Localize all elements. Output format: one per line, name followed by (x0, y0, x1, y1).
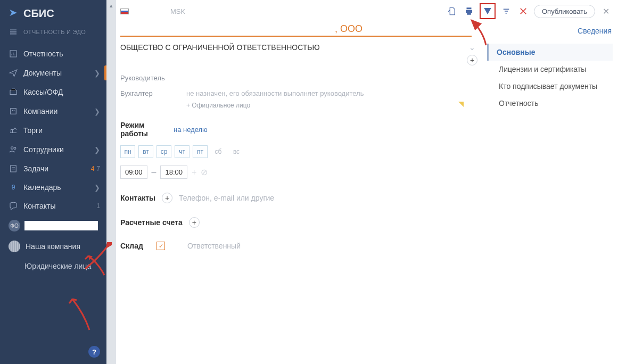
contacts-section: Контакты + Телефон, e-mail или другие (120, 193, 480, 203)
nav-employees[interactable]: Сотрудники ❯ (0, 140, 106, 159)
avatar: ФО (9, 220, 20, 231)
send-button[interactable] (481, 5, 494, 18)
stock-section: Склад ✓ Ответственный (120, 242, 480, 250)
scrollbar[interactable]: ▴ (106, 0, 116, 364)
nav-tasks[interactable]: Задачи 47 (0, 159, 106, 178)
fo-input[interactable] (24, 221, 98, 230)
print-button[interactable] (463, 5, 475, 18)
contacts-icon (9, 201, 18, 211)
add-time-icon[interactable]: + (192, 168, 196, 177)
add-contact-button[interactable]: + (162, 193, 172, 203)
nav-documents[interactable]: Документы ❯ (0, 63, 106, 82)
accounts-section: Расчетные счета + (120, 217, 480, 228)
dash: – (152, 168, 156, 177)
badge-count: 1 (96, 202, 100, 210)
day-th[interactable]: чт (175, 145, 189, 158)
nav-our-company[interactable]: Наша компания (0, 236, 106, 257)
tasks-icon (9, 164, 18, 173)
delete-button[interactable] (517, 5, 530, 18)
nav-item-label: Контакты (23, 202, 55, 210)
topbar: MSK Опубликовать ✕ (116, 0, 618, 21)
day-mo[interactable]: пн (120, 145, 135, 158)
divider (120, 36, 472, 37)
flag-icon (120, 9, 129, 14)
fo-row[interactable]: ФО (0, 216, 106, 236)
active-marker (104, 65, 106, 80)
org-type-row[interactable]: ОБЩЕСТВО С ОГРАНИЧЕННОЙ ОТВЕТСТВЕННОСТЬЮ… (120, 43, 480, 52)
main: MSK Опубликовать ✕ , OOO ОБЩЕСТВО С ОГРА… (116, 0, 618, 364)
nav: Отчетность Документы ❯ Кассы/ОФД Компани… (0, 44, 106, 364)
region-field[interactable] (133, 6, 166, 16)
accounts-label: Расчетные счета (120, 218, 183, 227)
rpanel-reporting[interactable]: Отчетность (497, 95, 613, 112)
nav-item-label: Документы (23, 69, 62, 77)
badge-count: 7 (96, 165, 100, 172)
companies-icon (9, 106, 18, 116)
day-we[interactable]: ср (156, 145, 171, 158)
publish-button[interactable]: Опубликовать (534, 5, 595, 18)
nav-item-label: Отчетность (23, 49, 63, 58)
chevron-right-icon: ❯ (94, 69, 100, 77)
svg-rect-7 (11, 166, 17, 172)
svg-rect-4 (14, 110, 15, 111)
nav-companies[interactable]: Компании ❯ (0, 102, 106, 121)
chevron-down-icon: ⌄ (469, 43, 480, 52)
time-to-input[interactable]: 18:00 (160, 166, 187, 179)
rpanel-signers[interactable]: Кто подписывает документы (497, 78, 613, 95)
calendar-icon: 9 (9, 184, 18, 191)
nav-report[interactable]: Отчетность (0, 44, 106, 63)
svg-point-5 (11, 147, 14, 150)
leader-label: Руководитель (120, 74, 174, 82)
days-row: пн вт ср чт пт сб вс (120, 145, 480, 158)
nav-kassy[interactable]: Кассы/ОФД (0, 82, 106, 102)
nav-legal-entities[interactable]: Юридические лица (0, 257, 106, 275)
logo-row: СБИС (0, 0, 106, 24)
report-icon (9, 49, 18, 59)
schedule-label: Режим работы (120, 121, 174, 138)
time-from-input[interactable]: 09:00 (120, 166, 147, 179)
nav-item-label: Компании (23, 107, 57, 115)
accountant-hint: не назначен, его обязанности выполняет р… (186, 89, 364, 97)
schedule-link[interactable]: на неделю (174, 126, 208, 134)
company-avatar-icon (9, 241, 20, 252)
svg-rect-2 (11, 109, 17, 114)
contacts-placeholder: Телефон, e-mail или другие (179, 194, 274, 202)
menu-icon (9, 27, 18, 37)
nav-contacts[interactable]: Контакты 1 (0, 196, 106, 216)
rpanel-main[interactable]: Основные (487, 44, 613, 61)
day-fr[interactable]: пт (193, 145, 208, 158)
chevron-right-icon: ❯ (94, 146, 100, 154)
highlighted-button-frame (480, 3, 496, 19)
add-official-link[interactable]: + Официальное лицо (186, 102, 250, 109)
filter-button[interactable] (500, 5, 513, 18)
rpanel-header[interactable]: Сведения (497, 23, 613, 44)
subtitle-row[interactable]: ОТЧЕТНОСТЬ И ЭДО (0, 24, 106, 44)
day-su[interactable]: вс (229, 145, 244, 158)
chevron-right-icon: ❯ (94, 107, 100, 115)
timezone-label: MSK (170, 7, 185, 15)
nav-item-label: Календарь (23, 183, 61, 192)
stock-hint: Ответственный (187, 242, 241, 250)
no-break-icon[interactable]: ⊘ (201, 167, 208, 177)
day-tu[interactable]: вт (138, 145, 153, 158)
add-account-button[interactable]: + (189, 217, 200, 228)
stamp-button[interactable] (446, 5, 458, 18)
add-official-row[interactable]: + Официальное лицо (120, 102, 480, 109)
form-area: , OOO ОБЩЕСТВО С ОГРАНИЧЕННОЙ ОТВЕТСТВЕН… (116, 21, 487, 364)
scroll-up-icon[interactable]: ▴ (110, 2, 113, 9)
day-sa[interactable]: сб (211, 145, 226, 158)
nav-torgi[interactable]: Торги (0, 121, 106, 140)
rpanel-licenses[interactable]: Лицензии и сертификаты (497, 61, 613, 78)
nav-item-label: Юридические лица (24, 262, 91, 270)
torgi-icon (9, 126, 18, 135)
help-button[interactable]: ? (88, 346, 100, 358)
stock-checkbox[interactable]: ✓ (156, 242, 165, 250)
corner-marker (458, 102, 464, 107)
contacts-label: Контакты (120, 194, 155, 202)
company-name-suffix: , OOO (120, 23, 480, 35)
add-button[interactable]: + (467, 55, 477, 65)
nav-item-label: Кассы/ОФД (23, 88, 63, 96)
nav-calendar[interactable]: 9 Календарь ❯ (0, 178, 106, 196)
close-button[interactable]: ✕ (599, 6, 613, 16)
svg-rect-1 (10, 90, 17, 95)
